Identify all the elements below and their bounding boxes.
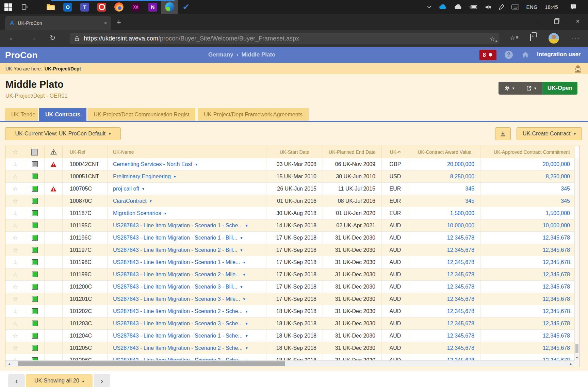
favorite-star-icon[interactable]: ☆ [12,222,18,229]
contract-name-link[interactable]: US287843 - Line Item Migration - Scenari… [113,259,240,265]
favorite-star-icon[interactable]: ☆ [12,295,18,303]
table-row[interactable]: ☆ 101203C US287843 - Line Item Migration… [5,317,575,330]
tab-close-icon[interactable]: ✕ [104,21,107,26]
header-favorite[interactable]: ☆ [5,146,25,158]
table-row[interactable]: ☆ 100705C proj call off ▾ 26 UK-Jun 2015… [5,183,575,195]
scroll-down-arrow-icon[interactable]: ▾ [575,354,579,360]
award-value-link[interactable]: 12,345,678 [447,296,474,302]
profile-avatar[interactable] [549,33,559,44]
favorite-star-icon[interactable]: ☆ [12,271,18,278]
header-warning[interactable] [45,146,63,158]
volume-icon[interactable] [485,4,491,10]
battery-icon[interactable] [469,5,478,10]
contract-name-link[interactable]: Preliminary Engineering [113,174,171,180]
column-header-end-date[interactable]: UK-Planned End Date [323,146,382,158]
settings-menu-button[interactable]: ▾ [499,82,520,95]
next-page-button[interactable]: › [94,374,110,387]
favorite-star-icon[interactable]: ☆ [12,283,18,291]
caret-down-icon[interactable]: ▾ [243,297,245,301]
contract-name-link[interactable]: US287843 - Line Item Migration - Scenari… [113,284,238,290]
favorite-star-icon[interactable]: ☆ [12,234,18,242]
table-row[interactable]: ☆ 101200C US287843 - Line Item Migration… [5,281,575,293]
commitment-value-link[interactable]: 12,345,678 [543,284,570,290]
browser-tab[interactable]: A UK-ProCon ✕ [5,16,111,30]
favorite-star-icon[interactable]: ☆ [12,173,18,180]
scroll-right-arrow-icon[interactable]: ▸ [568,361,574,367]
contract-name-link[interactable]: Migration Scenarios [113,210,161,216]
address-bar[interactable]: https://ukdersint.aveva.com/procon/Buyer… [70,33,499,44]
caret-down-icon[interactable]: ▾ [164,211,166,216]
award-value-link[interactable]: 12,345,678 [447,308,474,314]
favorite-star-icon[interactable]: ☆ [12,332,18,340]
commitment-value-link[interactable]: 8,250,000 [546,174,570,180]
table-row[interactable]: ☆ 101202C US287843 - Line Item Migration… [5,305,575,317]
window-minimize-button[interactable]: — [527,14,543,29]
favorite-star-icon[interactable]: ☆ [12,197,18,205]
table-row[interactable]: ☆ 101199C US287843 - Line Item Migration… [5,268,575,281]
column-header-commitment[interactable]: UK-Approved Contract Commitment [480,146,575,158]
caret-down-icon[interactable]: ▾ [241,248,243,252]
column-header-start-date[interactable]: UK-Start Date [266,146,323,158]
caret-down-icon[interactable]: ▾ [174,174,176,179]
commitment-value-link[interactable]: 345 [561,186,570,192]
crumb-region[interactable]: Germany [208,51,233,58]
tab-uk-contracts[interactable]: UK-Contracts [39,108,86,121]
commitment-value-link[interactable]: 12,345,678 [543,235,570,241]
award-value-link[interactable]: 12,345,678 [447,321,474,327]
new-tab-button[interactable]: + [117,18,121,27]
current-user[interactable]: Integration user [537,51,581,58]
column-header-name[interactable]: UK-Name [108,146,266,158]
window-restore-button[interactable] [549,14,564,29]
favorite-star-icon[interactable]: ☆ [12,344,18,352]
onedrive-icon[interactable] [439,4,447,10]
action-center-icon[interactable] [570,4,576,10]
table-row[interactable]: ☆ 101204C US287843 - Line Item Migration… [5,330,575,342]
touch-keyboard-icon[interactable] [511,4,519,10]
browser-menu-icon[interactable]: ··· [572,34,580,42]
award-value-link[interactable]: 8,250,000 [450,174,474,180]
table-row[interactable]: ☆ 100870C CiaraContract ▾ 01 UK-Jun 2016… [5,195,575,207]
caret-down-icon[interactable]: ▾ [246,346,248,350]
taskbar-app-adobe-cc[interactable] [93,0,110,14]
favorite-star-icon[interactable]: ☆ [12,210,18,217]
caret-down-icon[interactable]: ▾ [246,321,248,326]
taskbar-app-teams[interactable]: T [76,0,93,14]
favorite-star-icon[interactable]: ☆ [12,185,18,193]
contract-name-link[interactable]: CiaraContract [113,198,147,204]
commitment-value-link[interactable]: 12,345,678 [543,247,570,253]
onedrive-personal-icon[interactable] [454,4,462,10]
clock[interactable]: 18:45 [545,4,558,10]
page-size-selector[interactable]: UK-Showing all 20 ▴ [26,374,93,387]
favorite-star-icon[interactable]: ☆ [12,320,18,327]
contract-name-link[interactable]: US287843 - Line Item Migration - Scenari… [113,247,238,253]
tray-chevron-icon[interactable] [427,5,431,9]
horizontal-scrollbar[interactable]: ◂ ▸ [5,360,575,367]
tab-framework-agreements[interactable]: UK-Project/Dept Framework Agreements [198,108,309,121]
commitment-value-link[interactable]: 20,000,000 [543,161,570,167]
taskbar-app-adobe-xd[interactable]: Xd [127,0,144,14]
award-value-link[interactable]: 345 [465,186,474,192]
contract-name-link[interactable]: US287843 - Line Item Migration - Scenari… [113,235,238,241]
add-favorite-icon[interactable]: ☆ [490,35,495,43]
commitment-value-link[interactable]: 1,500,000 [546,210,570,216]
commitment-value-link[interactable]: 345 [561,198,570,204]
window-close-button[interactable]: ✕ [570,14,586,29]
commitment-value-link[interactable]: 12,345,678 [543,333,570,339]
favorites-bar-icon[interactable]: ☆ [510,34,518,42]
contract-name-link[interactable]: US287843 - Line Item Migration - Scenari… [113,223,243,229]
commitment-value-link[interactable]: 12,345,678 [543,321,570,327]
contract-name-link[interactable]: US287843 - Line Item Migration - Scenari… [113,272,240,278]
scroll-left-arrow-icon[interactable]: ◂ [6,361,12,367]
home-button[interactable] [522,51,529,59]
uk-open-button[interactable]: UK-Open [542,82,577,95]
favorite-star-icon[interactable]: ☆ [12,308,18,315]
contract-name-link[interactable]: US287843 - Line Item Migration - Scenari… [113,345,243,351]
caret-down-icon[interactable]: ▾ [241,284,243,289]
notifications-badge[interactable]: 8 [479,50,496,60]
contract-name-link[interactable]: US287843 - Line Item Migration - Scenari… [113,321,243,327]
table-row[interactable]: ☆ 101195C US287843 - Line Item Migration… [5,219,575,232]
award-value-link[interactable]: 12,345,678 [447,333,474,339]
commitment-value-link[interactable]: 12,345,678 [543,308,570,314]
taskbar-app-onenote[interactable]: N [144,0,161,14]
taskbar-app-firefox[interactable] [110,0,127,14]
